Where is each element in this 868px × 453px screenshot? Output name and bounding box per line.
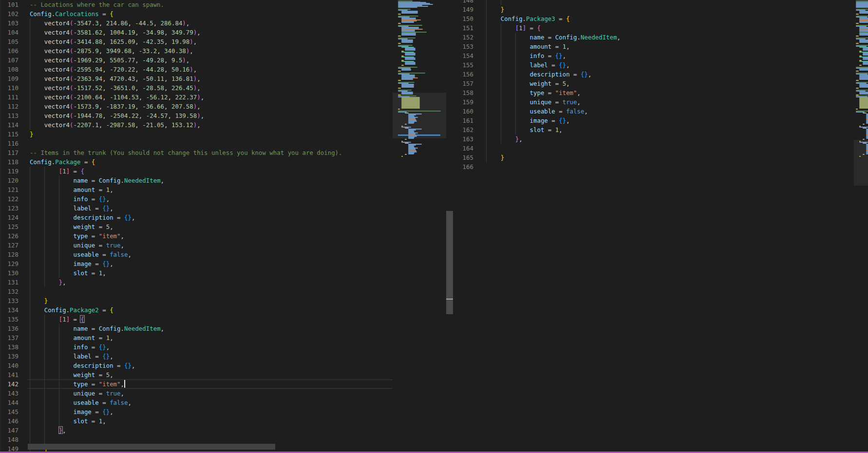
code-line[interactable]: 131 },	[0, 278, 393, 287]
code-line[interactable]: 105 vector4(-3414.88, 1625.09, -42.35, 1…	[0, 37, 393, 46]
code-line[interactable]: 155 label = {},	[454, 60, 854, 70]
code-line[interactable]: 156 description = {},	[454, 70, 854, 79]
editor-pane-right[interactable]: 148149 }150 Config.Package3 = {151 [1] =…	[454, 0, 854, 453]
line-number[interactable]: 113	[0, 111, 19, 120]
line-number[interactable]: 166	[454, 162, 473, 171]
line-number[interactable]: 132	[0, 287, 19, 296]
line-number[interactable]: 165	[454, 153, 473, 162]
line-number[interactable]: 154	[454, 51, 473, 60]
line-number[interactable]: 112	[0, 102, 19, 111]
code-line[interactable]: 122 info = {},	[0, 194, 393, 204]
code-line[interactable]: 121 amount = 1,	[0, 185, 393, 194]
minimap-left[interactable]	[393, 0, 446, 453]
line-number[interactable]: 104	[0, 28, 19, 37]
line-number[interactable]: 142	[0, 379, 19, 389]
code-line[interactable]: 128 useable = false,	[0, 250, 393, 259]
code-line[interactable]: 139 label = {},	[0, 352, 393, 361]
code-line[interactable]: 126 type = "item",	[0, 231, 393, 241]
line-number[interactable]: 131	[0, 278, 19, 287]
code-line[interactable]: 106 vector4(-2875.9, 3949.68, -33.2, 340…	[0, 46, 393, 56]
line-number[interactable]: 140	[0, 361, 19, 370]
code-line[interactable]: 108 vector4(-2595.94, -720.22, -44.28, 5…	[0, 65, 393, 74]
line-number[interactable]: 160	[454, 107, 473, 116]
line-number[interactable]: 123	[0, 204, 19, 213]
code-line[interactable]: 134 Config.Package2 = {	[0, 305, 393, 315]
line-number[interactable]: 143	[0, 389, 19, 398]
code-line[interactable]: 129 image = {},	[0, 259, 393, 268]
code-line[interactable]: 152 name = Config.NeededItem,	[454, 33, 854, 42]
code-line[interactable]: 161 image = {},	[454, 116, 854, 125]
line-number[interactable]: 127	[0, 241, 19, 250]
code-line[interactable]: 148	[0, 435, 393, 444]
code-line[interactable]: 160 useable = false,	[454, 107, 854, 116]
line-number[interactable]: 151	[454, 23, 473, 33]
code-line[interactable]: 165 }	[454, 153, 854, 162]
line-number[interactable]: 159	[454, 97, 473, 107]
line-number[interactable]: 158	[454, 88, 473, 97]
line-number[interactable]: 149	[454, 5, 473, 14]
line-number[interactable]: 116	[0, 139, 19, 148]
line-number[interactable]: 155	[454, 60, 473, 70]
line-number[interactable]: 161	[454, 116, 473, 125]
line-number[interactable]: 126	[0, 231, 19, 241]
line-number[interactable]: 141	[0, 370, 19, 379]
code-line[interactable]: 154 info = {},	[454, 51, 854, 60]
line-number[interactable]: 115	[0, 130, 19, 139]
code-line[interactable]: 150 Config.Package3 = {	[454, 14, 854, 23]
code-line[interactable]: 163 },	[454, 134, 854, 144]
code-line[interactable]: 143 unique = true,	[0, 389, 393, 398]
line-number[interactable]: 146	[0, 416, 19, 426]
line-number[interactable]: 120	[0, 176, 19, 185]
code-line[interactable]: 166	[454, 162, 854, 171]
code-line[interactable]: 101-- Locations where the car can spawn.	[0, 0, 393, 9]
line-number[interactable]: 130	[0, 268, 19, 278]
line-number[interactable]: 156	[454, 70, 473, 79]
code-line[interactable]: 117-- Items in the trunk (You should not…	[0, 148, 393, 157]
line-number[interactable]: 148	[0, 435, 19, 444]
code-line[interactable]: 118Config.Package = {	[0, 157, 393, 167]
code-line[interactable]: 138 info = {},	[0, 342, 393, 352]
code-line[interactable]: 103 vector4(-3547.3, 214.86, -44.5, 286.…	[0, 19, 393, 28]
code-line[interactable]: 123 label = {},	[0, 204, 393, 213]
line-number[interactable]: 162	[454, 125, 473, 134]
line-number[interactable]: 108	[0, 65, 19, 74]
code-line[interactable]: 162 slot = 1,	[454, 125, 854, 134]
code-line[interactable]: 130 slot = 1,	[0, 268, 393, 278]
vertical-scrollbar[interactable]	[446, 0, 453, 453]
line-number[interactable]: 163	[454, 134, 473, 144]
line-number[interactable]: 148	[454, 0, 473, 5]
code-line[interactable]: 120 name = Config.NeededItem,	[0, 176, 393, 185]
line-number[interactable]: 152	[454, 33, 473, 42]
line-number[interactable]: 153	[454, 42, 473, 51]
line-number[interactable]: 139	[0, 352, 19, 361]
line-number[interactable]: 145	[0, 407, 19, 416]
code-line[interactable]: 109 vector4(-2363.94, 4720.43, -50.11, 1…	[0, 74, 393, 83]
code-line[interactable]: 151 [1] = {	[454, 23, 854, 33]
minimap-right[interactable]	[854, 0, 868, 453]
line-number[interactable]: 136	[0, 324, 19, 333]
line-number[interactable]: 102	[0, 9, 19, 19]
line-number[interactable]: 137	[0, 333, 19, 342]
split-sash[interactable]	[0, 0, 1, 453]
code-line[interactable]: 112 vector4(-1573.9, -1837.19, -36.66, 2…	[0, 102, 393, 111]
line-number[interactable]: 119	[0, 167, 19, 176]
line-number[interactable]: 128	[0, 250, 19, 259]
line-number[interactable]: 138	[0, 342, 19, 352]
line-number[interactable]: 106	[0, 46, 19, 56]
line-number[interactable]: 101	[0, 0, 19, 9]
code-line[interactable]: 110 vector4(-1517.52, -3651.0, -28.58, 2…	[0, 83, 393, 93]
line-number[interactable]: 103	[0, 19, 19, 28]
code-line[interactable]: 142 type = "item",	[0, 379, 393, 389]
code-line[interactable]: 159 unique = true,	[454, 97, 854, 107]
line-number[interactable]: 134	[0, 305, 19, 315]
horizontal-scrollbar[interactable]	[28, 444, 275, 450]
code-line[interactable]: 127 unique = true,	[0, 241, 393, 250]
line-number[interactable]: 107	[0, 56, 19, 65]
code-line[interactable]: 136 name = Config.NeededItem,	[0, 324, 393, 333]
code-line[interactable]: 119 [1] = {	[0, 167, 393, 176]
code-line[interactable]: 135 [1] = {	[0, 315, 393, 324]
code-line[interactable]: 125 weight = 5,	[0, 222, 393, 231]
code-line[interactable]: 158 type = "item",	[454, 88, 854, 97]
code-line[interactable]: 107 vector4(-1969.29, 5505.77, -49.28, 9…	[0, 56, 393, 65]
line-number[interactable]: 122	[0, 194, 19, 204]
